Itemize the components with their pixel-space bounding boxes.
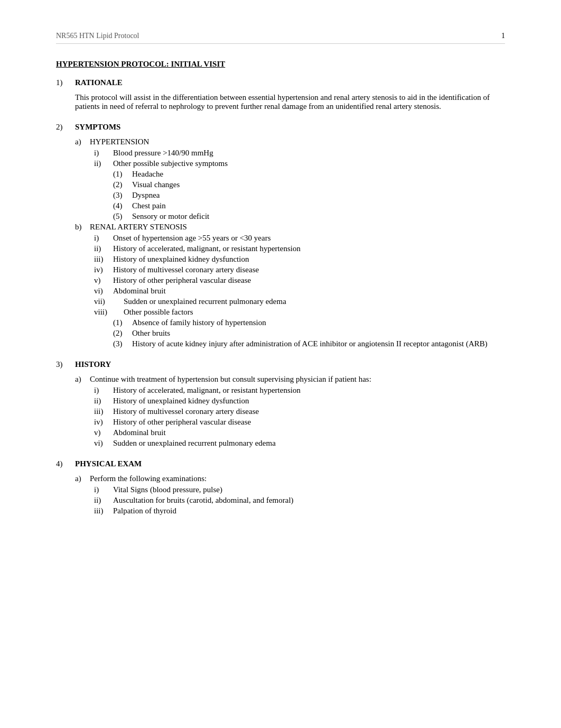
symptom-item-1-text: Headache: [132, 170, 505, 179]
ras-i-text: Onset of hypertension age >55 years or <…: [113, 234, 505, 243]
section-number-3: 3): [56, 360, 75, 369]
symptom-bp: i) Blood pressure >140/90 mmHg: [94, 149, 505, 158]
exam-items: i) Vital Signs (blood pressure, pulse) i…: [94, 485, 505, 515]
section-title-symptoms: SYMPTOMS: [75, 123, 505, 132]
symptom-item-2-label: (2): [113, 180, 132, 189]
symptoms-item-ii: ii) Other possible subjective symptoms: [94, 159, 505, 168]
doc-title: HYPERTENSION PROTOCOL: INITIAL VISIT: [56, 60, 505, 69]
exam-iii-text: Palpation of thyroid: [113, 506, 505, 515]
history-iii-text: History of multivessel coronary artery d…: [113, 407, 505, 416]
exam-i-text: Vital Signs (blood pressure, pulse): [113, 485, 505, 494]
section-title-exam: PHYSICAL EXAM: [75, 459, 505, 468]
rationale-content: This protocol will assist in the differe…: [75, 93, 505, 111]
symptoms-item-i: i) Blood pressure >140/90 mmHg: [94, 149, 505, 158]
ras-viii-item-2: (2) Other bruits: [113, 329, 505, 338]
section-heading-rationale: 1) RATIONALE: [56, 78, 505, 91]
history-items: i) History of accelerated, malignant, or…: [94, 386, 505, 448]
ras-vii-text: Sudden or unexplained recurrent pulmonar…: [124, 297, 505, 306]
history-i-label: i): [94, 386, 113, 395]
history-item-vi: vi) Sudden or unexplained recurrent pulm…: [94, 439, 505, 448]
ras-item-vii: vii) Sudden or unexplained recurrent pul…: [94, 297, 505, 306]
history-v-text: Abdominal bruit: [113, 428, 505, 437]
history-vi-text: Sudden or unexplained recurrent pulmonar…: [113, 439, 505, 448]
history-iv-text: History of other peripheral vascular dis…: [113, 418, 505, 427]
history-ii-text: History of unexplained kidney dysfunctio…: [113, 397, 505, 406]
history-item-v: v) Abdominal bruit: [94, 428, 505, 437]
symptoms-sub-b: b) RENAL ARTERY STENOSIS: [75, 223, 505, 232]
exam-ii-text: Auscultation for bruits (carotid, abdomi…: [113, 496, 505, 505]
symptom-item-3-text: Dyspnea: [132, 191, 505, 200]
ras-vi-label: vi): [94, 287, 113, 296]
ras-viii-2-text: Other bruits: [132, 329, 505, 338]
ras-viii-item-1: (1) Absence of family history of hyperte…: [113, 318, 505, 327]
section-heading-history: 3) HISTORY: [56, 360, 505, 373]
exam-sub-a-label: a) Perform the following examinations:: [75, 474, 505, 483]
ras-item-ii: ii) History of accelerated, malignant, o…: [94, 244, 505, 253]
symptom-item-2: (2) Visual changes: [113, 180, 505, 189]
ras-item-vi: vi) Abdominal bruit: [94, 287, 505, 296]
symptoms-sub-a: a) HYPERTENSION: [75, 137, 505, 146]
ras-items: i) Onset of hypertension age >55 years o…: [94, 234, 505, 317]
exam-item-iii: iii) Palpation of thyroid: [94, 506, 505, 515]
sub-b-label: b): [75, 223, 90, 232]
ras-iii-text: History of unexplained kidney dysfunctio…: [113, 255, 505, 264]
ras-ii-text: History of accelerated, malignant, or re…: [113, 244, 505, 253]
section-heading-symptoms: 2) SYMPTOMS: [56, 123, 505, 136]
symptom-item-4-text: Chest pain: [132, 201, 505, 210]
symptom-subjective-label: ii): [94, 159, 113, 168]
section-title-rationale: RATIONALE: [75, 78, 505, 87]
ras-item-viii: viii) Other possible factors: [94, 308, 505, 317]
symptom-item-1-label: (1): [113, 170, 132, 179]
history-item-iii: iii) History of multivessel coronary art…: [94, 407, 505, 416]
ras-item-v: v) History of other peripheral vascular …: [94, 276, 505, 285]
symptom-sub-items: (1) Headache (2) Visual changes (3) Dysp…: [113, 170, 505, 221]
symptom-subjective: ii) Other possible subjective symptoms: [94, 159, 505, 168]
sub-a-text: HYPERTENSION: [90, 137, 505, 146]
ras-item-i: i) Onset of hypertension age >55 years o…: [94, 234, 505, 243]
history-sub-a: a) Continue with treatment of hypertensi…: [75, 375, 505, 384]
ras-viii-item-3: (3) History of acute kidney injury after…: [113, 339, 505, 348]
rationale-text: This protocol will assist in the differe…: [75, 93, 490, 110]
history-vi-label: vi): [94, 439, 113, 448]
ras-iii-label: iii): [94, 255, 113, 264]
history-a-text: Continue with treatment of hypertension …: [90, 375, 505, 384]
symptoms-sub-b-label: b) RENAL ARTERY STENOSIS: [75, 223, 505, 232]
symptom-item-3-label: (3): [113, 191, 132, 200]
sub-a-label: a): [75, 137, 90, 146]
sub-b-text: RENAL ARTERY STENOSIS: [90, 223, 505, 232]
exam-item-i: i) Vital Signs (blood pressure, pulse): [94, 485, 505, 494]
section-heading-exam: 4) PHYSICAL EXAM: [56, 459, 505, 473]
ras-viii-1-text: Absence of family history of hypertensio…: [132, 318, 505, 327]
history-item-i: i) History of accelerated, malignant, or…: [94, 386, 505, 395]
history-sub-a-label: a) Continue with treatment of hypertensi…: [75, 375, 505, 384]
section-history: 3) HISTORY a) Continue with treatment of…: [56, 360, 505, 448]
symptom-item-5-text: Sensory or motor deficit: [132, 212, 505, 221]
ras-viii-2-label: (2): [113, 329, 132, 338]
symptom-item-4-label: (4): [113, 201, 132, 210]
ras-viii-3-text: History of acute kidney injury after adm…: [132, 339, 505, 348]
exam-ii-label: ii): [94, 496, 113, 505]
history-ii-label: ii): [94, 397, 113, 406]
ras-ii-label: ii): [94, 244, 113, 253]
exam-iii-label: iii): [94, 506, 113, 515]
ras-vii-label: vii): [94, 297, 124, 306]
ras-viii-text: Other possible factors: [124, 308, 505, 317]
ras-iv-text: History of multivessel coronary artery d…: [113, 265, 505, 274]
ras-item-iv: iv) History of multivessel coronary arte…: [94, 265, 505, 274]
section-title-history: HISTORY: [75, 360, 505, 369]
ras-iv-label: iv): [94, 265, 113, 274]
ras-vi-text: Abdominal bruit: [113, 287, 505, 296]
section-number-4: 4): [56, 459, 75, 468]
exam-a-label: a): [75, 474, 90, 483]
symptom-item-4: (4) Chest pain: [113, 201, 505, 210]
history-iv-label: iv): [94, 418, 113, 427]
ras-item-iii: iii) History of unexplained kidney dysfu…: [94, 255, 505, 264]
ras-v-text: History of other peripheral vascular dis…: [113, 276, 505, 285]
section-number-2: 2): [56, 123, 75, 132]
symptom-bp-text: Blood pressure >140/90 mmHg: [113, 149, 505, 158]
history-a-label: a): [75, 375, 90, 384]
ras-viii-3-label: (3): [113, 339, 132, 348]
symptom-item-5: (5) Sensory or motor deficit: [113, 212, 505, 221]
symptom-item-5-label: (5): [113, 212, 132, 221]
section-symptoms: 2) SYMPTOMS a) HYPERTENSION i) Blood pre…: [56, 123, 505, 348]
